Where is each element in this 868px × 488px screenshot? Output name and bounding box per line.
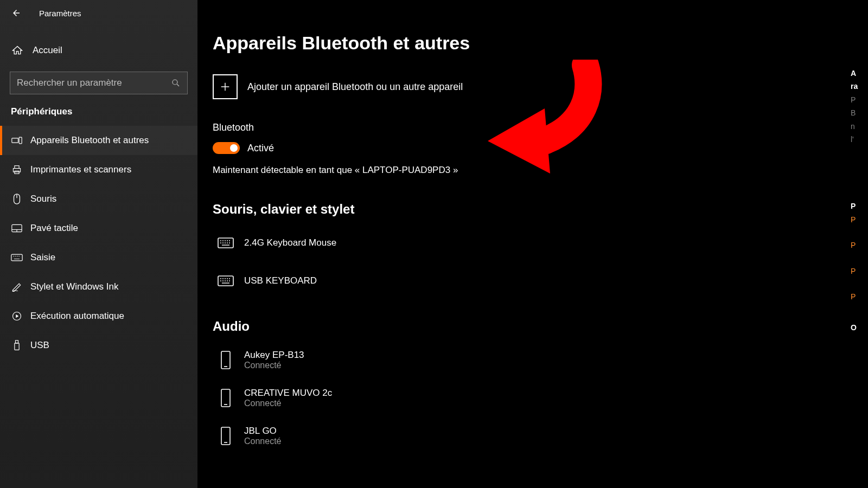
device-name: JBL GO (244, 426, 282, 436)
nav-item-label: Saisie (30, 252, 55, 263)
right-link[interactable]: P (851, 241, 856, 249)
nav-item-label: Appareils Bluetooth et autres (30, 135, 149, 146)
arrow-left-icon (11, 8, 21, 18)
touchpad-icon (11, 224, 22, 233)
device-item[interactable]: 2.4G Keyboard Mouse (213, 227, 835, 259)
svg-rect-21 (15, 343, 19, 350)
right-link[interactable]: P (851, 267, 856, 275)
usb-icon (13, 340, 21, 351)
phone-icon (220, 351, 232, 369)
mkb-device-list: 2.4G Keyboard Mouse USB KEYBOARD (213, 227, 835, 297)
device-name: 2.4G Keyboard Mouse (244, 237, 336, 248)
nav-typing[interactable]: Saisie (0, 243, 197, 272)
svg-rect-3 (19, 137, 22, 144)
keyboard-icon (11, 254, 23, 261)
group-title-mkb: Souris, clavier et stylet (213, 202, 835, 217)
device-name: CREATIVE MUVO 2c (244, 388, 332, 399)
right-panel-cropped: A ra P B n l' P P P P P O (851, 0, 868, 488)
nav-item-label: Pavé tactile (30, 223, 78, 234)
svg-rect-2 (12, 138, 18, 143)
svg-rect-12 (11, 254, 22, 261)
nav-item-label: Exécution automatique (30, 311, 124, 322)
device-item[interactable]: USB KEYBOARD (213, 265, 835, 297)
sidebar: Paramètres Accueil Périphériques Apparei… (0, 0, 197, 488)
device-item[interactable]: Aukey EP-B13Connecté (213, 344, 835, 376)
svg-rect-20 (16, 341, 18, 343)
page-title: Appareils Bluetooth et autres (213, 33, 835, 54)
svg-marker-54 (488, 108, 550, 174)
svg-line-1 (177, 84, 179, 86)
home-label: Accueil (33, 45, 62, 56)
device-item[interactable]: JBL GOConnecté (213, 420, 835, 452)
keyboard-icon (218, 237, 234, 248)
right-text: P (851, 96, 856, 104)
audio-device-list: Aukey EP-B13Connecté CREATIVE MUVO 2cCon… (213, 344, 835, 452)
right-text: B (851, 109, 856, 117)
bluetooth-toggle[interactable] (213, 142, 240, 154)
devices-icon (11, 137, 22, 144)
nav-item-label: USB (30, 340, 49, 351)
autoplay-icon (11, 311, 22, 322)
svg-rect-5 (15, 166, 19, 169)
search-input[interactable] (17, 78, 171, 88)
mouse-icon (12, 194, 21, 204)
nav-item-label: Souris (30, 194, 56, 204)
right-text: ra (851, 82, 858, 91)
pen-icon (11, 282, 22, 292)
right-text: P (851, 202, 856, 210)
bluetooth-section-title: Bluetooth (213, 122, 835, 133)
keyboard-icon (218, 275, 234, 286)
phone-icon (220, 389, 232, 407)
nav-mouse[interactable]: Souris (0, 184, 197, 214)
device-name: Aukey EP-B13 (244, 350, 304, 361)
home-button[interactable]: Accueil (0, 36, 197, 65)
header: Paramètres (0, 0, 197, 26)
plus-box (213, 74, 238, 99)
svg-point-0 (173, 80, 177, 85)
nav-touchpad[interactable]: Pavé tactile (0, 214, 197, 243)
search-box[interactable] (10, 72, 188, 94)
add-device-label: Ajouter un appareil Bluetooth ou un autr… (247, 81, 463, 93)
right-link[interactable]: P (851, 216, 856, 224)
device-name: USB KEYBOARD (244, 275, 317, 286)
nav-autoplay[interactable]: Exécution automatique (0, 301, 197, 331)
printer-icon (11, 165, 22, 175)
nav-printers-scanners[interactable]: Imprimantes et scanners (0, 155, 197, 184)
content-area: Appareils Bluetooth et autres Ajouter un… (197, 0, 851, 488)
nav-pen-ink[interactable]: Stylet et Windows Ink (0, 272, 197, 301)
nav-usb[interactable]: USB (0, 331, 197, 360)
right-text: l' (851, 136, 854, 144)
device-item[interactable]: CREATIVE MUVO 2cConnecté (213, 382, 835, 414)
phone-icon (220, 427, 232, 445)
toggle-state-label: Activé (247, 143, 274, 154)
device-status: Connecté (244, 361, 304, 370)
group-title-audio: Audio (213, 319, 835, 334)
right-text: A (851, 69, 856, 78)
right-link[interactable]: P (851, 293, 856, 301)
home-icon (12, 45, 23, 56)
nav-item-label: Imprimantes et scanners (30, 164, 131, 175)
right-text: O (851, 324, 857, 332)
window-title: Paramètres (39, 9, 81, 18)
search-icon (171, 78, 181, 88)
nav-list: Appareils Bluetooth et autres Imprimante… (0, 126, 197, 360)
back-button[interactable] (11, 8, 22, 18)
category-header: Périphériques (0, 94, 197, 123)
device-status: Connecté (244, 436, 282, 446)
add-device-button[interactable]: Ajouter un appareil Bluetooth ou un autr… (213, 74, 835, 99)
nav-bluetooth-devices[interactable]: Appareils Bluetooth et autres (0, 126, 197, 155)
discoverable-text: Maintenant détectable en tant que « LAPT… (213, 165, 835, 176)
svg-rect-6 (15, 171, 19, 174)
svg-marker-19 (16, 314, 18, 318)
nav-item-label: Stylet et Windows Ink (30, 281, 119, 292)
toggle-knob (230, 144, 238, 152)
device-status: Connecté (244, 399, 332, 408)
plus-icon (219, 81, 231, 93)
right-text: n (851, 123, 855, 131)
